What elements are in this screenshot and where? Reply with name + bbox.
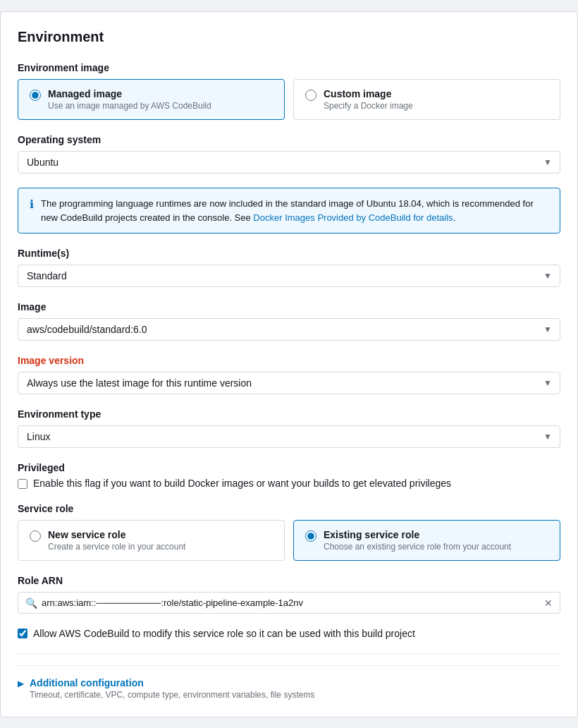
role-arn-input-wrapper: 🔍 ✕ (18, 592, 560, 614)
additional-config-subtitle: Timeout, certificate, VPC, compute type,… (30, 690, 314, 700)
managed-image-card[interactable]: Managed image Use an image managed by AW… (18, 79, 285, 120)
role-arn-input[interactable] (42, 593, 540, 613)
info-icon: ℹ (30, 198, 34, 211)
ubuntu-info-box: ℹ The programming language runtimes are … (18, 188, 560, 233)
service-role-label: Service role (18, 503, 560, 514)
additional-config-section: ▶ Additional configuration Timeout, cert… (18, 665, 560, 700)
allow-modify-checkbox[interactable] (18, 629, 27, 638)
image-version-section: Image version Always use the latest imag… (18, 355, 560, 394)
environment-image-options: Managed image Use an image managed by AW… (18, 79, 560, 120)
image-version-select[interactable]: Always use the latest image for this run… (18, 372, 560, 394)
managed-image-title: Managed image (48, 88, 211, 99)
operating-system-section: Operating system Amazon Linux 2 Ubuntu W… (18, 134, 560, 174)
environment-panel: Environment Environment image Managed im… (0, 11, 578, 717)
image-section: Image aws/codebuild/standard:6.0 ▼ (18, 301, 560, 341)
role-arn-section: Role ARN 🔍 ✕ (18, 575, 560, 614)
search-icon: 🔍 (25, 597, 37, 609)
image-select[interactable]: aws/codebuild/standard:6.0 (18, 318, 560, 341)
service-role-section: Service role New service role Create a s… (18, 503, 560, 561)
operating-system-select[interactable]: Amazon Linux 2 Ubuntu Windows Server 201… (18, 151, 560, 174)
docker-images-link[interactable]: Docker Images Provided by CodeBuild for … (253, 212, 453, 223)
privileged-label: Privileged (18, 462, 560, 473)
managed-image-desc: Use an image managed by AWS CodeBuild (48, 101, 211, 111)
operating-system-select-wrapper: Amazon Linux 2 Ubuntu Windows Server 201… (18, 151, 560, 174)
managed-image-radio[interactable] (30, 90, 41, 101)
new-service-role-desc: Create a service role in your account (48, 542, 185, 552)
image-select-wrapper: aws/codebuild/standard:6.0 ▼ (18, 318, 560, 341)
privileged-checkbox-row: Enable this flag if you want to build Do… (18, 478, 560, 489)
runtimes-select[interactable]: Standard (18, 265, 560, 287)
new-service-role-radio[interactable] (30, 530, 41, 542)
environment-type-select[interactable]: Linux Linux GPU ARM (18, 425, 560, 448)
new-service-role-title: New service role (48, 529, 185, 540)
page-title: Environment (18, 29, 560, 45)
new-service-role-card[interactable]: New service role Create a service role i… (18, 520, 285, 561)
section-divider (18, 653, 560, 654)
environment-type-select-wrapper: Linux Linux GPU ARM ▼ (18, 425, 560, 448)
custom-image-desc: Specify a Docker image (324, 101, 413, 111)
clear-icon[interactable]: ✕ (544, 597, 553, 609)
image-label: Image (18, 301, 560, 313)
role-arn-label: Role ARN (18, 575, 560, 586)
custom-image-title: Custom image (324, 88, 413, 99)
privileged-checkbox-label[interactable]: Enable this flag if you want to build Do… (33, 478, 451, 489)
info-box-text: The programming language runtimes are no… (41, 197, 548, 224)
allow-modify-label[interactable]: Allow AWS CodeBuild to modify this servi… (33, 628, 415, 639)
service-role-options: New service role Create a service role i… (18, 520, 560, 561)
environment-type-section: Environment type Linux Linux GPU ARM ▼ (18, 408, 560, 448)
custom-image-card[interactable]: Custom image Specify a Docker image (293, 79, 560, 120)
environment-image-label: Environment image (18, 62, 560, 73)
operating-system-label: Operating system (18, 134, 560, 145)
existing-service-role-card[interactable]: Existing service role Choose an existing… (293, 520, 560, 561)
privileged-section: Privileged Enable this flag if you want … (18, 462, 560, 489)
additional-config-title[interactable]: Additional configuration (30, 677, 314, 688)
environment-image-section: Environment image Managed image Use an i… (18, 62, 560, 120)
allow-modify-row: Allow AWS CodeBuild to modify this servi… (18, 628, 560, 639)
environment-type-label: Environment type (18, 408, 560, 420)
runtimes-label: Runtime(s) (18, 248, 560, 259)
runtimes-select-wrapper: Standard ▼ (18, 265, 560, 287)
existing-service-role-desc: Choose an existing service role from you… (324, 542, 511, 552)
additional-config-wrapper: ▶ Additional configuration Timeout, cert… (18, 653, 560, 700)
existing-service-role-title: Existing service role (324, 529, 511, 540)
expand-icon[interactable]: ▶ (18, 679, 24, 688)
custom-image-radio[interactable] (305, 90, 316, 101)
existing-service-role-radio[interactable] (305, 530, 316, 542)
image-version-label: Image version (18, 355, 560, 366)
runtimes-section: Runtime(s) Standard ▼ (18, 248, 560, 287)
image-version-select-wrapper: Always use the latest image for this run… (18, 372, 560, 394)
privileged-checkbox[interactable] (18, 479, 27, 489)
